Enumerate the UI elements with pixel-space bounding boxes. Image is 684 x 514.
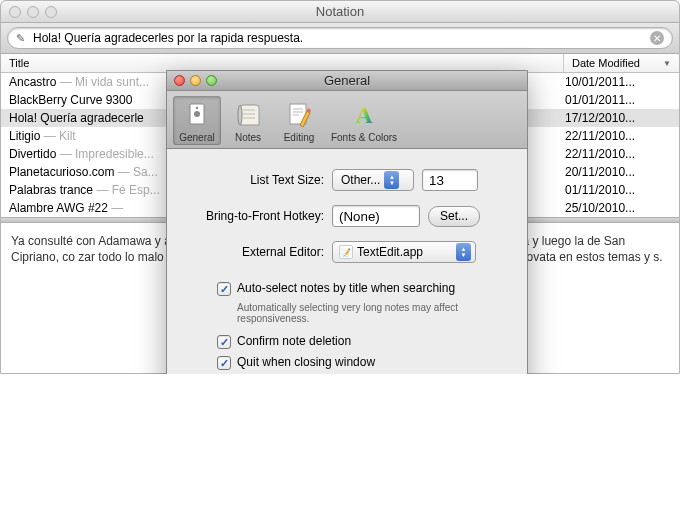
auto-select-label: Auto-select notes by title when searchin… — [237, 281, 455, 295]
close-sheet-icon[interactable] — [174, 75, 185, 86]
notes-icon — [232, 99, 264, 131]
confirm-delete-label: Confirm note deletion — [237, 334, 351, 348]
search-bar: ✎ ✕ — [1, 23, 679, 54]
close-window-icon[interactable] — [9, 6, 21, 18]
tab-editing[interactable]: Editing — [275, 96, 323, 145]
svg-point-1 — [194, 111, 200, 117]
list-text-size-label: List Text Size: — [187, 173, 332, 187]
search-input[interactable] — [33, 31, 650, 45]
quit-close-checkbox[interactable]: ✓ — [217, 356, 231, 370]
editing-icon — [283, 99, 315, 131]
svg-point-2 — [196, 107, 198, 109]
svg-point-3 — [238, 105, 242, 125]
quit-close-label: Quit when closing window — [237, 355, 375, 369]
external-editor-popup[interactable]: 📝 TextEdit.app ▲▼ — [332, 241, 476, 263]
confirm-delete-checkbox[interactable]: ✓ — [217, 335, 231, 349]
tab-notes[interactable]: Notes — [224, 96, 272, 145]
column-date-modified[interactable]: Date Modified ▼ — [564, 54, 679, 72]
pencil-icon: ✎ — [16, 32, 28, 44]
hotkey-set-button[interactable]: Set... — [428, 206, 480, 227]
minimize-sheet-icon[interactable] — [190, 75, 201, 86]
preferences-toolbar: General Notes Editing A Fonts & Colors — [167, 91, 527, 149]
select-arrows-icon: ▲▼ — [456, 243, 471, 261]
tab-general[interactable]: General — [173, 96, 221, 145]
auto-select-checkbox[interactable]: ✓ — [217, 282, 231, 296]
sheet-titlebar: General — [167, 71, 527, 91]
textedit-app-icon: 📝 — [339, 245, 353, 259]
hotkey-label: Bring-to-Front Hotkey: — [187, 209, 332, 223]
main-window-title: Notation — [1, 4, 679, 19]
list-text-size-select[interactable]: Other... ▲▼ — [332, 169, 414, 191]
sort-arrow-icon: ▼ — [663, 59, 671, 68]
select-arrows-icon: ▲▼ — [384, 171, 399, 189]
clear-search-icon[interactable]: ✕ — [650, 31, 664, 45]
list-text-size-input[interactable] — [422, 169, 478, 191]
sheet-body: List Text Size: Other... ▲▼ Bring-to-Fro… — [167, 149, 527, 374]
main-window: Notation ✎ ✕ Title Date Modified ▼ Ancas… — [0, 0, 680, 374]
main-titlebar: Notation — [1, 1, 679, 23]
sheet-traffic-lights — [167, 75, 217, 86]
external-editor-label: External Editor: — [187, 245, 332, 259]
zoom-window-icon[interactable] — [45, 6, 57, 18]
zoom-sheet-icon[interactable] — [206, 75, 217, 86]
fonts-colors-icon: A — [348, 99, 380, 131]
general-icon — [181, 99, 213, 131]
tab-fonts-colors[interactable]: A Fonts & Colors — [326, 96, 402, 145]
auto-select-description: Automatically selecting very long notes … — [237, 302, 497, 324]
search-box[interactable]: ✎ ✕ — [7, 27, 673, 49]
svg-text:A: A — [355, 102, 373, 128]
hotkey-input[interactable] — [332, 205, 420, 227]
main-traffic-lights — [1, 6, 57, 18]
preferences-sheet: General General Notes Editing — [166, 70, 528, 374]
minimize-window-icon[interactable] — [27, 6, 39, 18]
sheet-title: General — [167, 73, 527, 88]
